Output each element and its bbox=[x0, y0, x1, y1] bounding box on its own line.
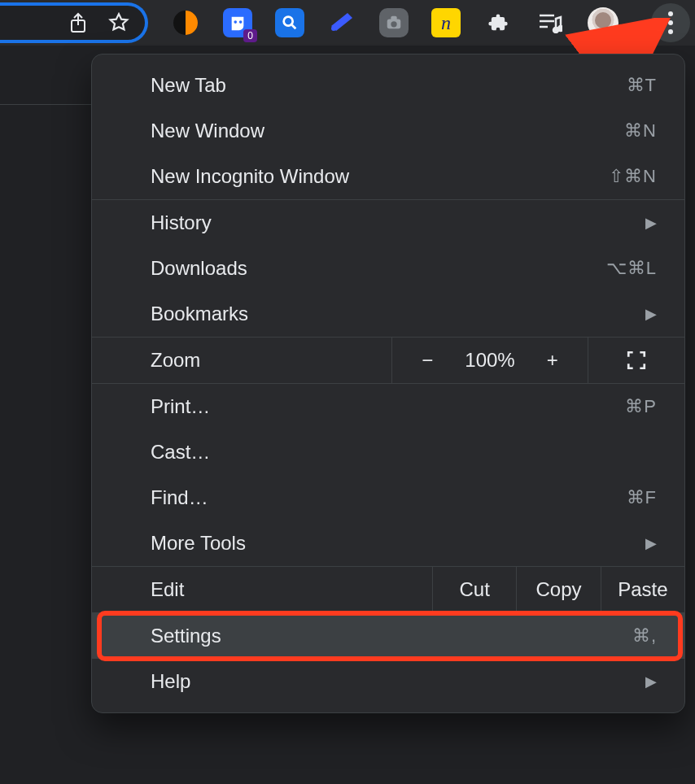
zoom-value: 100% bbox=[465, 349, 514, 372]
menu-item-label: Help bbox=[151, 670, 645, 693]
menu-zoom-row: Zoom − 100% + bbox=[92, 337, 684, 383]
menu-downloads[interactable]: Downloads ⌥⌘L bbox=[92, 246, 684, 291]
chevron-right-icon: ▶ bbox=[645, 673, 657, 690]
menu-settings[interactable]: Settings ⌘, bbox=[92, 613, 684, 659]
zoom-in-button[interactable]: + bbox=[543, 349, 562, 372]
extension-icon-4[interactable] bbox=[327, 8, 356, 37]
omnibox-right-edge bbox=[0, 2, 148, 43]
zoom-out-button[interactable]: − bbox=[417, 349, 437, 372]
menu-bookmarks[interactable]: Bookmarks ▶ bbox=[92, 291, 684, 337]
menu-item-label: Print… bbox=[151, 395, 625, 418]
menu-item-label: Settings bbox=[151, 625, 632, 647]
menu-item-shortcut: ⌘P bbox=[625, 396, 657, 417]
share-icon[interactable] bbox=[67, 11, 90, 34]
browser-menu: New Tab ⌘T New Window ⌘N New Incognito W… bbox=[91, 54, 685, 713]
menu-cast[interactable]: Cast… bbox=[92, 429, 684, 475]
menu-help[interactable]: Help ▶ bbox=[92, 659, 684, 704]
chevron-right-icon: ▶ bbox=[645, 305, 657, 323]
edit-cut-button[interactable]: Cut bbox=[432, 567, 516, 612]
extensions-puzzle-icon[interactable] bbox=[483, 8, 513, 37]
extension-icon-3[interactable] bbox=[275, 8, 304, 37]
edit-copy-button[interactable]: Copy bbox=[516, 567, 600, 612]
toolbar-divider bbox=[0, 104, 94, 105]
menu-item-shortcut: ⇧⌘N bbox=[609, 166, 657, 187]
menu-item-label: More Tools bbox=[151, 532, 645, 555]
menu-item-label: New Window bbox=[151, 120, 624, 142]
extension-icon-1[interactable] bbox=[171, 8, 200, 37]
menu-find[interactable]: Find… ⌘F bbox=[92, 475, 684, 520]
menu-new-window[interactable]: New Window ⌘N bbox=[92, 108, 684, 154]
menu-item-shortcut: ⌘, bbox=[632, 625, 657, 647]
annotation-settings-highlight: Settings ⌘, bbox=[92, 613, 684, 659]
extension-icon-5[interactable] bbox=[379, 8, 409, 37]
menu-print[interactable]: Print… ⌘P bbox=[92, 384, 684, 429]
menu-item-label: New Tab bbox=[151, 74, 627, 97]
media-control-icon[interactable] bbox=[535, 8, 565, 37]
menu-item-shortcut: ⌘N bbox=[624, 120, 657, 142]
svg-rect-7 bbox=[391, 16, 396, 21]
extension-icon-2[interactable]: 0 bbox=[223, 8, 252, 37]
extension-icon-6[interactable]: n bbox=[431, 8, 461, 37]
menu-item-label: Bookmarks bbox=[151, 303, 645, 325]
edit-paste-button[interactable]: Paste bbox=[601, 567, 684, 612]
menu-item-label: Find… bbox=[151, 486, 627, 509]
browser-toolbar: 0 n bbox=[0, 0, 695, 46]
menu-item-label: Cast… bbox=[151, 441, 657, 464]
menu-item-shortcut: ⌥⌘L bbox=[606, 258, 657, 279]
svg-point-10 bbox=[558, 26, 562, 31]
extension-badge: 0 bbox=[243, 29, 257, 42]
menu-item-label: History bbox=[151, 211, 645, 234]
chevron-right-icon: ▶ bbox=[645, 214, 657, 232]
chevron-right-icon: ▶ bbox=[645, 534, 657, 552]
menu-history[interactable]: History ▶ bbox=[92, 200, 684, 246]
menu-new-tab[interactable]: New Tab ⌘T bbox=[92, 63, 684, 108]
svg-point-2 bbox=[234, 20, 237, 24]
svg-point-5 bbox=[331, 26, 336, 31]
profile-avatar[interactable] bbox=[588, 7, 619, 38]
menu-new-incognito[interactable]: New Incognito Window ⇧⌘N bbox=[92, 154, 684, 199]
menu-item-label: Downloads bbox=[151, 257, 606, 280]
menu-zoom-label: Zoom bbox=[92, 338, 392, 383]
menu-more-tools[interactable]: More Tools ▶ bbox=[92, 520, 684, 566]
svg-point-4 bbox=[284, 17, 293, 26]
menu-item-shortcut: ⌘T bbox=[627, 75, 657, 96]
fullscreen-icon bbox=[626, 350, 647, 371]
svg-point-3 bbox=[239, 20, 243, 24]
menu-item-label: New Incognito Window bbox=[151, 165, 609, 188]
kebab-icon bbox=[668, 11, 673, 34]
more-menu-button[interactable] bbox=[651, 3, 690, 42]
zoom-controls: − 100% + bbox=[392, 338, 588, 383]
fullscreen-button[interactable] bbox=[588, 338, 684, 383]
menu-edit-row: Edit Cut Copy Paste bbox=[92, 566, 684, 612]
bookmark-star-icon[interactable] bbox=[107, 11, 130, 34]
extensions-row: 0 n bbox=[171, 3, 695, 42]
menu-item-shortcut: ⌘F bbox=[627, 487, 657, 508]
svg-point-8 bbox=[391, 21, 396, 27]
menu-edit-label: Edit bbox=[92, 567, 432, 612]
